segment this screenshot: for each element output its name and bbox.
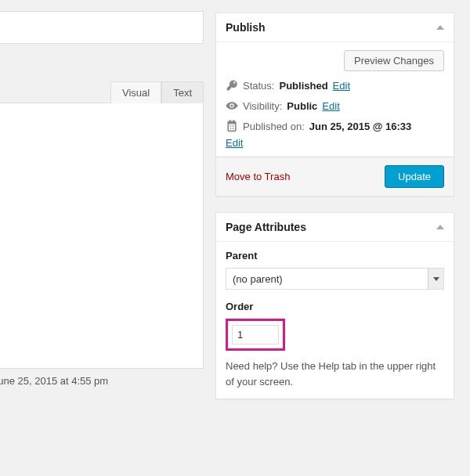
published-row: Published on: Jun 25, 2015 @ 16:33 Edit: [226, 120, 444, 149]
page-attributes-body: Parent (no parent) Order Need help? Use …: [216, 242, 454, 398]
status-value: Published: [279, 80, 327, 92]
status-row: Status: Published Edit: [226, 79, 444, 92]
tab-visual[interactable]: Visual: [110, 81, 161, 103]
publish-actions: Move to Trash Update: [216, 157, 454, 196]
visibility-label: Visibility:: [243, 100, 282, 112]
publish-box-header[interactable]: Publish: [216, 13, 454, 42]
sidebar: Publish Preview Changes Status: Publishe…: [215, 13, 454, 415]
revision-info: un Quarton on June 25, 2015 at 4:55 pm: [0, 369, 204, 387]
content-editor[interactable]: [0, 103, 204, 369]
publish-box: Publish Preview Changes Status: Publishe…: [215, 13, 454, 197]
parent-select-wrap: (no parent): [226, 268, 444, 290]
status-edit-link[interactable]: Edit: [333, 80, 350, 92]
preview-changes-button[interactable]: Preview Changes: [344, 50, 444, 71]
help-text: Need help? Use the Help tab in the upper…: [226, 359, 444, 389]
editor-container: Visual Text un Quarton on June 25, 2015 …: [0, 81, 204, 387]
editor-tabs: Visual Text: [0, 81, 204, 103]
parent-label: Parent: [226, 250, 444, 261]
update-button[interactable]: Update: [385, 165, 444, 188]
publish-box-body: Preview Changes Status: Published Edit V…: [216, 42, 454, 196]
published-value: Jun 25, 2015 @ 16:33: [309, 121, 411, 132]
published-label: Published on:: [243, 121, 305, 132]
eye-icon: [226, 99, 238, 112]
parent-select[interactable]: (no parent): [226, 268, 444, 290]
visibility-value: Public: [287, 100, 317, 112]
status-label: Status:: [243, 80, 274, 92]
collapse-icon: [436, 25, 444, 30]
calendar-icon: [226, 120, 238, 132]
move-to-trash-link[interactable]: Move to Trash: [226, 171, 290, 182]
visibility-edit-link[interactable]: Edit: [322, 100, 339, 112]
order-highlight: [226, 319, 285, 351]
main-column: Visual Text un Quarton on June 25, 2015 …: [0, 0, 204, 387]
post-title-input[interactable]: [0, 11, 204, 44]
collapse-icon: [436, 225, 444, 229]
publish-box-title: Publish: [226, 21, 266, 34]
tab-text[interactable]: Text: [161, 81, 204, 103]
published-edit-link[interactable]: Edit: [226, 137, 444, 149]
page-attributes-title: Page Attributes: [226, 221, 306, 233]
key-icon: [226, 79, 238, 92]
page-attributes-box: Page Attributes Parent (no parent) Order…: [215, 212, 454, 399]
order-input[interactable]: [232, 325, 279, 344]
order-label: Order: [226, 301, 444, 312]
page-attributes-header[interactable]: Page Attributes: [216, 213, 454, 242]
visibility-row: Visibility: Public Edit: [226, 99, 444, 112]
